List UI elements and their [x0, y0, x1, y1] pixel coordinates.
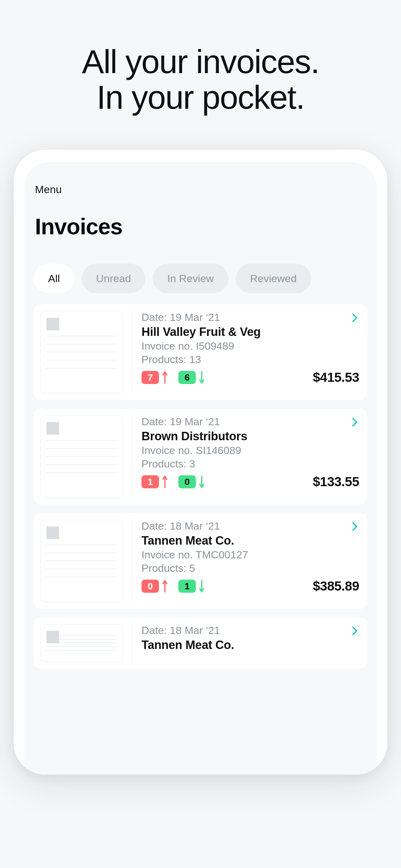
invoice-products: Products: 13: [141, 353, 359, 366]
invoice-card[interactable]: Date: 18 Mar ‘21 Tannen Meat Co.: [34, 617, 367, 669]
invoice-total: $385.89: [313, 579, 359, 594]
invoice-total: $133.55: [313, 474, 359, 489]
invoice-number: Invoice no. SI146089: [141, 444, 359, 457]
page-title: Invoices: [34, 214, 367, 239]
arrow-up-icon: [162, 580, 169, 592]
invoice-vendor: Tannen Meat Co.: [141, 534, 359, 548]
menu-button[interactable]: Menu: [34, 183, 367, 195]
card-divider: [132, 415, 132, 498]
price-change-badges: 7 6: [141, 371, 206, 384]
invoice-total: $415.53: [313, 370, 359, 385]
filter-reviewed[interactable]: Reviewed: [236, 264, 311, 293]
chevron-right-icon: [352, 313, 359, 324]
card-divider: [132, 311, 132, 394]
price-up-count: 0: [141, 580, 159, 593]
chevron-right-icon: [352, 522, 359, 532]
filter-unread[interactable]: Unread: [82, 264, 145, 293]
invoice-card[interactable]: Date: 19 Mar ‘21 Brown Distributors Invo…: [34, 409, 367, 504]
card-divider: [132, 519, 132, 602]
price-change-badges: 1 0: [141, 475, 206, 488]
invoice-vendor: Brown Distributors: [141, 430, 359, 443]
price-change-badges: 0 1: [141, 580, 206, 593]
filter-tabs: All Unread In Review Reviewed: [34, 264, 367, 293]
hero-line-1: All your invoices.: [0, 44, 401, 80]
hero-heading: All your invoices. In your pocket.: [0, 0, 401, 115]
price-down-count: 6: [178, 371, 196, 384]
invoice-vendor: Hill Valley Fruit & Veg: [141, 325, 359, 339]
invoice-thumbnail: [41, 624, 123, 662]
invoice-card[interactable]: Date: 19 Mar ‘21 Hill Valley Fruit & Veg…: [34, 304, 367, 400]
filter-all[interactable]: All: [34, 264, 74, 293]
invoice-date: Date: 19 Mar ‘21: [141, 311, 359, 323]
invoice-number: Invoice no. TMC00127: [141, 549, 359, 561]
device-frame: Menu Invoices All Unread In Review Revie…: [14, 150, 387, 775]
invoice-vendor: Tannen Meat Co.: [141, 638, 359, 652]
invoice-thumbnail: [41, 311, 123, 393]
invoice-products: Products: 3: [141, 458, 359, 470]
price-down-count: 1: [178, 580, 196, 593]
invoice-products: Products: 5: [141, 562, 359, 574]
chevron-right-icon: [352, 626, 359, 637]
card-divider: [132, 624, 132, 662]
arrow-down-icon: [199, 371, 206, 384]
price-up-count: 1: [141, 475, 159, 488]
invoice-date: Date: 18 Mar ‘21: [141, 520, 359, 532]
invoice-thumbnail: [41, 520, 123, 602]
invoice-date: Date: 19 Mar ‘21: [141, 415, 359, 428]
invoice-number: Invoice no. I509489: [141, 340, 359, 352]
invoice-date: Date: 18 Mar ‘21: [141, 624, 359, 637]
price-down-count: 0: [178, 475, 196, 488]
invoice-list: Date: 19 Mar ‘21 Hill Valley Fruit & Veg…: [34, 304, 367, 669]
invoice-card[interactable]: Date: 18 Mar ‘21 Tannen Meat Co. Invoice…: [34, 513, 367, 609]
arrow-up-icon: [162, 371, 169, 384]
filter-in-review[interactable]: In Review: [153, 264, 228, 293]
hero-line-2: In your pocket.: [0, 80, 401, 115]
price-up-count: 7: [141, 371, 159, 384]
arrow-up-icon: [162, 475, 169, 488]
arrow-down-icon: [199, 580, 206, 592]
invoice-thumbnail: [41, 415, 123, 497]
chevron-right-icon: [352, 417, 359, 428]
arrow-down-icon: [199, 475, 206, 488]
